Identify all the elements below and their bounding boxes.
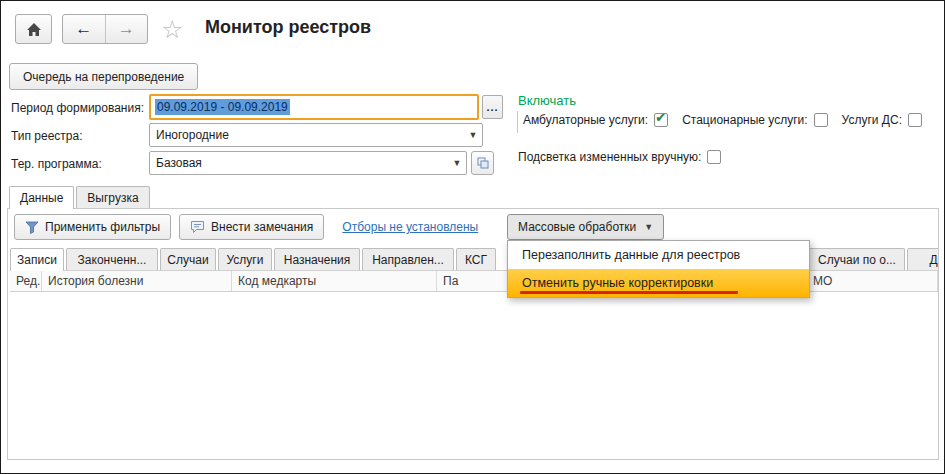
- favorite-star-icon[interactable]: ☆: [161, 14, 183, 44]
- data-toolbar: Применить фильтры Внести замечания Отбор…: [14, 214, 478, 240]
- registry-type-label: Тип реестра:: [11, 128, 147, 144]
- filters-not-set-link[interactable]: Отборы не установлены: [342, 220, 478, 234]
- tab-label: Случаи: [167, 253, 208, 267]
- registry-type-select[interactable]: Иногородние ▼: [149, 123, 483, 147]
- tab-prescriptions[interactable]: Назначения: [274, 248, 360, 270]
- menu-item-refill-registry-data[interactable]: Перезаполнить данные для реестров: [508, 241, 809, 269]
- comment-icon: [190, 220, 205, 234]
- group-divider: [517, 111, 518, 133]
- checkbox-box[interactable]: [908, 113, 922, 127]
- territorial-program-select[interactable]: Базовая ▼: [149, 151, 467, 175]
- column-header-case-history[interactable]: История болезни: [42, 271, 232, 291]
- checkbox-box[interactable]: ✔: [654, 113, 668, 127]
- forward-arrow-icon: →: [118, 19, 135, 39]
- tab-label: Диагнос: [929, 253, 939, 267]
- annotation-underline: [520, 291, 738, 294]
- tab-data[interactable]: Данные: [9, 186, 74, 209]
- add-remarks-button[interactable]: Внести замечания: [179, 214, 324, 240]
- page-title: Монитор реестров: [205, 17, 371, 38]
- tab-export[interactable]: Выгрузка: [76, 186, 149, 208]
- checkbox-label: Подсветка измененных вручную:: [518, 150, 701, 164]
- open-choice-button[interactable]: [471, 151, 494, 175]
- queue-reposting-button[interactable]: Очередь на перепроведение: [9, 63, 198, 90]
- home-button[interactable]: [15, 14, 52, 44]
- tab-label: КСГ: [465, 253, 487, 267]
- period-ellipsis-button[interactable]: ...: [482, 95, 503, 119]
- button-label: Применить фильтры: [45, 220, 160, 234]
- tab-label: Данные: [20, 191, 63, 205]
- chevron-down-icon: ▼: [644, 222, 653, 232]
- app-window: ← → ☆ Монитор реестров Очередь на перепр…: [0, 0, 945, 474]
- nav-buttons: ← →: [62, 14, 148, 44]
- open-form-icon: [477, 157, 489, 169]
- mass-processing-button[interactable]: Массовые обработки ▼: [507, 214, 664, 240]
- tab-label: Направлен...: [372, 253, 444, 267]
- period-label: Период формирования:: [11, 100, 147, 116]
- forward-button[interactable]: →: [106, 15, 148, 43]
- tab-label: Случаи по о...: [818, 253, 896, 267]
- menu-item-cancel-manual-corrections[interactable]: Отменить ручные корректировки: [508, 269, 809, 297]
- button-label: Внести замечания: [211, 220, 313, 234]
- include-group-title: Включать: [518, 93, 576, 108]
- tab-label: Выгрузка: [87, 191, 138, 205]
- filter-icon: [25, 220, 39, 234]
- tab-label: Услуги: [227, 253, 264, 267]
- button-label: Массовые обработки: [518, 220, 636, 234]
- tab-label: Записи: [17, 253, 57, 267]
- checkbox-box[interactable]: [707, 150, 721, 164]
- checkbox-box[interactable]: [814, 113, 828, 127]
- tab-label: Законченн...: [78, 253, 147, 267]
- data-panel: Применить фильтры Внести замечания Отбор…: [7, 208, 939, 460]
- tab-completed[interactable]: Законченн...: [66, 248, 158, 270]
- checkbox-ambulatory-services[interactable]: Амбулаторные услуги: ✔: [523, 113, 668, 127]
- tab-ksg[interactable]: КСГ: [456, 248, 496, 270]
- chevron-down-icon[interactable]: ▼: [448, 158, 466, 168]
- tab-cases[interactable]: Случаи: [160, 248, 216, 270]
- tab-cases-by[interactable]: Случаи по о...: [809, 248, 905, 270]
- period-input[interactable]: 09.09.2019 - 09.09.2019: [149, 94, 479, 120]
- main-tab-strip: Данные Выгрузка: [9, 186, 152, 209]
- home-icon: [26, 22, 42, 37]
- check-icon: ✔: [655, 110, 666, 125]
- tab-referrals[interactable]: Направлен...: [362, 248, 454, 270]
- column-header-mo[interactable]: МО: [807, 271, 938, 291]
- tab-diagnoses[interactable]: Диагнос: [907, 248, 939, 270]
- territorial-program-label: Тер. программа:: [11, 156, 147, 172]
- period-value: 09.09.2019 - 09.09.2019: [155, 99, 290, 115]
- back-button[interactable]: ←: [63, 15, 106, 43]
- checkbox-inpatient-services[interactable]: Стационарные услуги:: [682, 113, 827, 127]
- checkbox-label: Стационарные услуги:: [682, 113, 807, 127]
- column-header-medcard-code[interactable]: Код медкарты: [232, 271, 437, 291]
- highlight-manual-row[interactable]: Подсветка измененных вручную:: [518, 148, 721, 166]
- star-glyph: ☆: [161, 15, 183, 43]
- menu-item-label: Отменить ручные корректировки: [522, 276, 713, 290]
- tab-records[interactable]: Записи: [10, 248, 64, 271]
- checkbox-ds-services[interactable]: Услуги ДС:: [842, 113, 922, 127]
- checkbox-label: Амбулаторные услуги:: [523, 113, 648, 127]
- chevron-down-icon[interactable]: ▼: [464, 130, 482, 140]
- tab-services[interactable]: Услуги: [218, 248, 272, 270]
- column-header-edit[interactable]: Ред.: [10, 271, 42, 291]
- apply-filters-button[interactable]: Применить фильтры: [14, 214, 171, 240]
- registry-type-value: Иногородние: [150, 128, 229, 142]
- mass-processing-menu: Перезаполнить данные для реестров Отмени…: [507, 240, 810, 298]
- include-checkbox-row: Амбулаторные услуги: ✔ Стационарные услу…: [523, 111, 936, 129]
- tab-label: Назначения: [284, 253, 351, 267]
- menu-item-label: Перезаполнить данные для реестров: [522, 248, 740, 262]
- back-arrow-icon: ←: [75, 19, 92, 39]
- territorial-program-value: Базовая: [150, 156, 202, 170]
- checkbox-label: Услуги ДС:: [842, 113, 902, 127]
